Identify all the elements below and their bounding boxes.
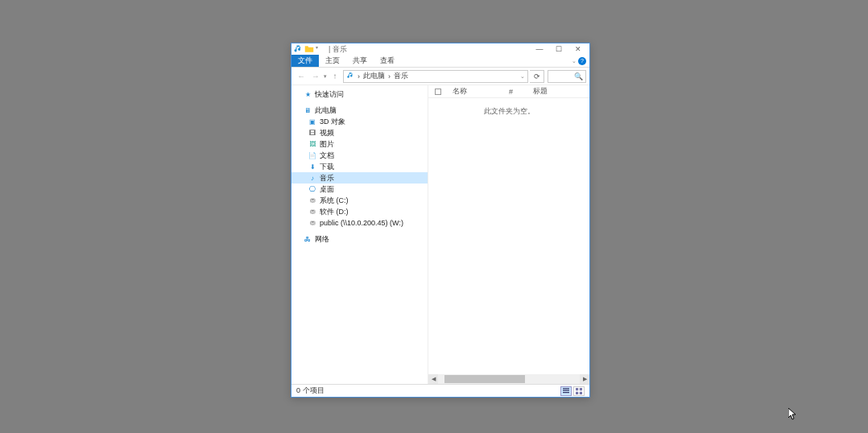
- tree-label: 软件 (D:): [320, 207, 349, 217]
- breadcrumb-leaf[interactable]: 音乐: [394, 71, 408, 81]
- tree-label: 网络: [315, 234, 329, 245]
- tree-downloads[interactable]: ⬇ 下载: [291, 161, 428, 172]
- breadcrumb-sep: ›: [388, 72, 391, 80]
- horizontal-scrollbar[interactable]: ◀ ▶: [428, 374, 589, 384]
- quick-access-toolbar: ▾: [293, 44, 325, 54]
- drive-icon: ⛃: [308, 208, 317, 216]
- status-bar: 0 个项目: [291, 384, 589, 397]
- ribbon-expand-icon[interactable]: ⌄: [572, 58, 577, 64]
- tree-pictures[interactable]: 🖼 图片: [291, 138, 428, 150]
- tree-desktop[interactable]: 🖵 桌面: [291, 184, 428, 195]
- forward-button[interactable]: →: [309, 70, 322, 83]
- breadcrumb-root[interactable]: 此电脑: [363, 71, 385, 81]
- picture-icon: 🖼: [308, 140, 317, 148]
- body: ★ 快速访问 🖥 此电脑 ▣ 3D 对象 🎞 视频 🖼: [291, 85, 589, 384]
- objects3d-icon: ▣: [308, 118, 317, 126]
- tree-3d-objects[interactable]: ▣ 3D 对象: [291, 116, 428, 127]
- tree-this-pc[interactable]: 🖥 此电脑: [291, 105, 428, 116]
- breadcrumb-sep: ›: [358, 72, 360, 80]
- minimize-button[interactable]: —: [530, 43, 549, 55]
- title-bar[interactable]: ▾ | 音乐 — ☐ ✕: [291, 43, 589, 55]
- file-list[interactable]: 此文件夹为空。: [428, 98, 589, 374]
- scroll-left-icon[interactable]: ◀: [428, 374, 438, 384]
- scroll-track[interactable]: [438, 374, 580, 384]
- drive-icon: ⛃: [308, 196, 317, 204]
- column-title[interactable]: 标题: [528, 86, 589, 97]
- select-all-checkbox[interactable]: [428, 89, 448, 95]
- svg-rect-1: [580, 388, 582, 390]
- ribbon-tab-home[interactable]: 主页: [319, 55, 346, 67]
- thumbnails-view-button[interactable]: [573, 386, 585, 396]
- status-item-count: 0 个项目: [296, 386, 324, 396]
- maximize-button[interactable]: ☐: [549, 43, 568, 55]
- scroll-thumb[interactable]: [444, 375, 525, 383]
- up-button[interactable]: ↑: [329, 70, 341, 83]
- nav-row: ← → ▾ ↑ › 此电脑 › 音乐 ⌄ ⟳ 🔍: [291, 68, 589, 85]
- details-view-button[interactable]: [560, 386, 572, 396]
- content-pane: 名称 # 标题 此文件夹为空。 ◀ ▶: [428, 85, 589, 384]
- search-box[interactable]: 🔍: [548, 70, 586, 83]
- pc-icon: 🖥: [303, 106, 312, 114]
- tree-label: public (\\10.0.200.45) (W:): [320, 219, 403, 227]
- window-title: | 音乐: [329, 44, 347, 55]
- search-icon: 🔍: [574, 72, 583, 80]
- tree-public-w[interactable]: ⛃ public (\\10.0.200.45) (W:): [291, 217, 428, 229]
- network-drive-icon: ⛃: [308, 219, 317, 227]
- scroll-right-icon[interactable]: ▶: [580, 374, 589, 384]
- video-icon: 🎞: [308, 129, 317, 137]
- tree-label: 文档: [320, 151, 334, 161]
- qat-dropdown-icon[interactable]: ▾: [316, 44, 325, 54]
- network-icon: 🖧: [303, 235, 312, 243]
- empty-folder-message: 此文件夹为空。: [428, 98, 589, 117]
- tree-label: 下载: [320, 162, 334, 172]
- address-dropdown-icon[interactable]: ⌄: [520, 73, 525, 80]
- svg-rect-3: [580, 391, 582, 394]
- help-icon[interactable]: ?: [578, 57, 586, 65]
- explorer-window: ▾ | 音乐 — ☐ ✕ 文件 主页 共享 查看 ⌄ ? ← → ▾ ↑ › 此…: [291, 43, 590, 398]
- refresh-button[interactable]: ⟳: [530, 70, 544, 83]
- close-button[interactable]: ✕: [568, 43, 588, 55]
- document-icon: 📄: [308, 151, 317, 159]
- ribbon-tab-share[interactable]: 共享: [346, 55, 374, 67]
- music-app-icon: [293, 44, 303, 54]
- history-dropdown-icon[interactable]: ▾: [324, 73, 327, 80]
- ribbon-tab-view[interactable]: 查看: [374, 55, 401, 67]
- star-icon: ★: [303, 90, 312, 98]
- tree-label: 快速访问: [315, 89, 344, 100]
- tree-label: 视频: [320, 128, 334, 138]
- tree-label: 音乐: [320, 173, 334, 184]
- music-path-icon: [346, 72, 354, 81]
- column-name[interactable]: 名称: [448, 86, 504, 97]
- mouse-cursor-icon: [788, 408, 798, 421]
- music-icon: ♪: [308, 174, 317, 182]
- svg-rect-0: [576, 388, 578, 390]
- column-number[interactable]: #: [504, 88, 528, 96]
- ribbon-tab-file[interactable]: 文件: [291, 55, 319, 67]
- address-bar[interactable]: › 此电脑 › 音乐 ⌄: [343, 70, 528, 83]
- column-header-row: 名称 # 标题: [428, 85, 589, 98]
- tree-label: 桌面: [320, 184, 334, 195]
- ribbon-tabs: 文件 主页 共享 查看 ⌄ ?: [291, 55, 589, 68]
- svg-rect-2: [576, 391, 578, 394]
- tree-quick-access[interactable]: ★ 快速访问: [291, 89, 428, 100]
- download-icon: ⬇: [308, 163, 317, 171]
- navigation-pane[interactable]: ★ 快速访问 🖥 此电脑 ▣ 3D 对象 🎞 视频 🖼: [291, 85, 428, 384]
- folder-icon[interactable]: [304, 44, 314, 54]
- tree-label: 图片: [320, 139, 334, 150]
- tree-music[interactable]: ♪ 音乐: [291, 172, 428, 184]
- tree-label: 系统 (C:): [320, 196, 349, 206]
- tree-label: 3D 对象: [320, 117, 345, 127]
- tree-network[interactable]: 🖧 网络: [291, 233, 428, 245]
- back-button[interactable]: ←: [295, 70, 308, 83]
- tree-documents[interactable]: 📄 文档: [291, 150, 428, 161]
- desktop-icon: 🖵: [308, 185, 317, 193]
- tree-software-d[interactable]: ⛃ 软件 (D:): [291, 206, 428, 217]
- tree-videos[interactable]: 🎞 视频: [291, 127, 428, 138]
- tree-system-c[interactable]: ⛃ 系统 (C:): [291, 195, 428, 206]
- tree-label: 此电脑: [315, 105, 337, 116]
